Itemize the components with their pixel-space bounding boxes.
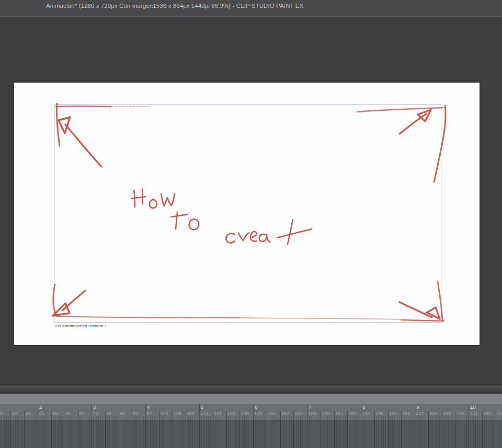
frame-minor-tick (327, 417, 328, 419)
track-frame-line (262, 420, 263, 448)
frame-tick (226, 411, 227, 420)
frame-minor-tick (421, 417, 422, 419)
frame-tick (334, 411, 335, 420)
track-frame-line (154, 420, 155, 448)
track-frame-line (491, 420, 492, 448)
track-frame-line (188, 420, 189, 448)
frame-minor-tick (413, 417, 413, 419)
frame-minor-tick (116, 417, 117, 419)
track-frame-line (67, 420, 67, 448)
track-frame-line (332, 420, 332, 448)
frame-minor-tick (206, 417, 207, 419)
track-frame-line (51, 420, 52, 448)
track-frame-line (246, 420, 247, 448)
track-frame-line (156, 420, 157, 448)
timeline-ruler[interactable]: 3137434955616773798591971031091151211271… (0, 404, 502, 420)
frame-minor-tick (302, 417, 303, 419)
track-frame-line (325, 420, 325, 448)
track-frame-line (424, 420, 424, 448)
frame-tick (24, 411, 25, 420)
track-frame-line (161, 420, 162, 448)
track-frame-line (49, 420, 49, 448)
frame-tick (347, 411, 348, 420)
track-frame-line (231, 420, 231, 448)
track-frame-line (379, 420, 379, 448)
frame-number-label: 241 (470, 410, 478, 416)
canvas-workspace[interactable]: 100 animaciones Historia 1 (0, 17, 502, 384)
track-frame-line (102, 420, 103, 448)
second-number-label: 9 (416, 404, 419, 410)
timeline-tracks[interactable] (0, 420, 502, 448)
frame-minor-tick (296, 417, 296, 419)
track-frame-line (235, 420, 236, 448)
track-frame-line (323, 420, 323, 448)
page-label: 100 animaciones Historia 1 (54, 324, 107, 328)
window-title-bar[interactable]: Animación* (1280 x 720px Con margen1536 … (0, 0, 502, 16)
frame-number-label: 235 (456, 410, 464, 416)
track-frame-line (480, 420, 480, 448)
second-number-label: 4 (147, 404, 150, 410)
frame-number-label: 205 (389, 410, 397, 416)
track-frame-line (321, 420, 321, 448)
track-frame-line (458, 420, 458, 448)
frame-number-label: 223 (429, 410, 438, 416)
frame-minor-tick (381, 417, 382, 419)
track-frame-line (6, 420, 7, 448)
frame-number-label: 253 (497, 410, 502, 416)
track-frame-line (22, 420, 22, 448)
track-frame-line (27, 420, 27, 448)
frame-number-label: 85 (120, 410, 126, 416)
track-frame-line (233, 420, 233, 448)
frame-minor-tick (338, 417, 339, 419)
track-frame-line (255, 420, 256, 448)
frame-minor-tick (354, 417, 355, 419)
track-frame-line (119, 420, 119, 448)
track-frame-line (273, 420, 274, 448)
frame-minor-tick (6, 417, 7, 419)
track-frame-line (354, 420, 355, 448)
track-frame-line (264, 420, 265, 448)
track-frame-line (83, 420, 83, 448)
track-frame-line (287, 420, 287, 448)
frame-minor-tick (58, 417, 59, 419)
frame-minor-tick (74, 417, 74, 419)
frame-minor-tick (94, 417, 94, 419)
frame-minor-tick (394, 417, 395, 419)
track-frame-line (421, 420, 422, 448)
animation-canvas-page[interactable]: 100 animaciones Historia 1 (14, 83, 480, 345)
frame-minor-tick (343, 417, 344, 419)
frame-number-label: 133 (227, 410, 236, 416)
frame-minor-tick (278, 417, 278, 419)
frame-minor-tick (498, 417, 498, 419)
track-frame-line (340, 420, 341, 448)
frame-tick (267, 411, 267, 420)
track-frame-line (370, 420, 370, 448)
frame-minor-tick (235, 417, 236, 419)
track-frame-line (175, 420, 175, 448)
sketch-corner-top-right (357, 106, 446, 182)
frame-minor-tick (426, 417, 426, 419)
track-frame-line (98, 420, 99, 448)
timeline-divider-bar[interactable] (0, 384, 502, 394)
frame-minor-tick (168, 417, 168, 419)
track-frame-line (78, 420, 78, 448)
second-number-label: 7 (309, 404, 311, 410)
frame-minor-tick (177, 417, 177, 419)
timeline-toolbar[interactable] (0, 394, 502, 405)
track-frame-line (24, 420, 25, 448)
frame-minor-tick (448, 417, 449, 419)
frame-minor-tick (83, 417, 83, 419)
frame-minor-tick (430, 417, 431, 419)
track-frame-line (217, 420, 218, 448)
frame-tick (442, 411, 442, 420)
track-frame-line (208, 420, 209, 448)
track-frame-line (204, 420, 204, 448)
window-title: Animación* (1280 x 720px Con margen1536 … (46, 3, 303, 9)
frame-minor-tick (282, 417, 283, 419)
frame-minor-tick (432, 417, 433, 419)
track-frame-line (496, 420, 496, 448)
track-frame-line (437, 420, 438, 448)
frame-minor-tick (125, 417, 126, 419)
track-frame-line (498, 420, 498, 448)
frame-minor-tick (323, 417, 323, 419)
